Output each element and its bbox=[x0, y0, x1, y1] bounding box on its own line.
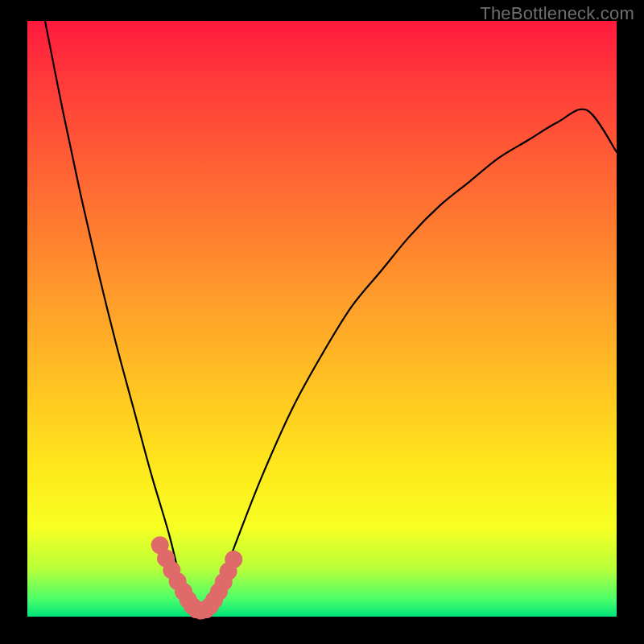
chart-frame: TheBottleneck.com bbox=[0, 0, 644, 644]
bottleneck-curve bbox=[45, 21, 617, 617]
optimal-zone-markers bbox=[151, 536, 243, 619]
optimal-zone-dot bbox=[225, 551, 242, 568]
chart-svg bbox=[27, 21, 617, 617]
plot-area bbox=[27, 21, 617, 617]
curve-group bbox=[45, 21, 617, 620]
